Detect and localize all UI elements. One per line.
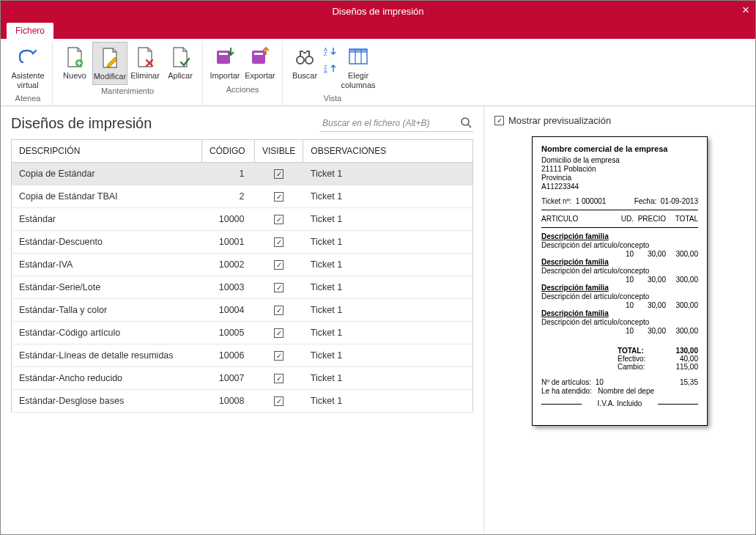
cell-obs: Ticket 1 xyxy=(303,367,473,390)
table-row[interactable]: Estándar-Ancho reducido10007✓Ticket 1 xyxy=(12,367,473,390)
cell-visible[interactable]: ✓ xyxy=(255,254,303,276)
preview-attended-label: Le ha atendido: xyxy=(541,387,592,395)
preview-narticulos-label: Nº de artículos: xyxy=(541,378,591,386)
buscar-label: Buscar xyxy=(292,71,317,81)
table-row[interactable]: Copia de Estándar TBAI2✓Ticket 1 xyxy=(12,185,473,208)
cell-code: 10006 xyxy=(202,344,255,367)
col-header-code[interactable]: CÓDIGO xyxy=(202,140,255,163)
preview-price: 30,00 xyxy=(634,276,666,284)
preview-qty: 10 xyxy=(613,301,634,309)
cell-visible[interactable]: ✓ xyxy=(255,185,303,208)
table-row[interactable]: Estándar10000✓Ticket 1 xyxy=(12,208,473,231)
cell-desc: Estándar-Serie/Lote xyxy=(12,276,202,299)
preview-total-label: TOTAL: xyxy=(618,347,662,355)
asistente-label: Asistente virtual xyxy=(11,71,44,89)
svg-text:A: A xyxy=(324,69,327,74)
tab-fichero[interactable]: Fichero xyxy=(7,23,53,39)
elegir-columnas-button[interactable]: Elegir columnas xyxy=(338,42,378,92)
preview-price: 30,00 xyxy=(634,250,666,258)
table-row[interactable]: Estándar-IVA10002✓Ticket 1 xyxy=(12,254,473,276)
cell-visible[interactable]: ✓ xyxy=(255,344,303,367)
svg-rect-12 xyxy=(349,49,367,53)
preview-thumbnail: Nombre comercial de la empresa Domicilio… xyxy=(532,136,708,426)
checkbox-icon: ✓ xyxy=(274,237,284,247)
ribbon-group-acciones: Importar Exportar Acciones xyxy=(203,42,283,106)
modificar-label: Modificar xyxy=(94,72,127,81)
show-preview-checkbox[interactable]: ✓ Mostrar previsualización xyxy=(494,115,745,126)
nuevo-button[interactable]: Nuevo xyxy=(57,42,92,84)
sort-desc-button[interactable]: ZA xyxy=(322,61,338,77)
left-pane: Diseños de impresión DESCRIPCIÓN CÓDIGO … xyxy=(1,106,484,533)
checkbox-icon: ✓ xyxy=(274,169,284,179)
page-title: Diseños de impresión xyxy=(11,115,152,132)
svg-text:Z: Z xyxy=(324,51,327,56)
edit-document-icon xyxy=(100,45,119,70)
apply-document-icon xyxy=(171,45,190,70)
preview-total-value: 130,00 xyxy=(662,347,698,355)
table-row[interactable]: Estándar-Serie/Lote10003✓Ticket 1 xyxy=(12,276,473,299)
cell-code: 10004 xyxy=(202,299,255,322)
checkbox-icon: ✓ xyxy=(274,374,284,383)
preview-ticket-no: 1 000001 xyxy=(576,197,607,205)
preview-ticket-no-label: Ticket nº: xyxy=(541,197,571,205)
buscar-button[interactable]: Buscar xyxy=(287,42,322,84)
svg-point-13 xyxy=(462,118,469,125)
cell-visible[interactable]: ✓ xyxy=(255,367,303,390)
ribbon-tabstrip: Fichero xyxy=(1,21,755,39)
preview-line-total: 300,00 xyxy=(666,276,698,284)
cell-obs: Ticket 1 xyxy=(303,185,473,208)
cell-desc: Estándar-Líneas de detalle resumidas xyxy=(12,344,202,367)
preview-addr1: Domicilio de la empresa xyxy=(541,156,698,164)
sort-asc-button[interactable]: AZ xyxy=(322,43,338,59)
preview-date: 01-09-2013 xyxy=(661,197,698,205)
svg-rect-3 xyxy=(252,51,265,64)
cell-visible[interactable]: ✓ xyxy=(255,390,303,413)
table-row[interactable]: Estándar-Líneas de detalle resumidas1000… xyxy=(12,344,473,367)
col-header-desc[interactable]: DESCRIPCIÓN xyxy=(12,140,202,163)
ribbon-group-atenea: Asistente virtual Atenea xyxy=(4,42,53,106)
elegir-columnas-label: Elegir columnas xyxy=(341,71,375,89)
table-row[interactable]: Estándar-Código artículo10005✓Ticket 1 xyxy=(12,322,473,344)
preview-item: Descripción del artículo/concepto xyxy=(541,292,698,300)
preview-cambio-label: Cambio: xyxy=(618,363,662,371)
cell-obs: Ticket 1 xyxy=(303,163,473,185)
designs-table: DESCRIPCIÓN CÓDIGO VISIBLE OBSERVACIONES… xyxy=(11,139,473,413)
cell-desc: Estándar-IVA xyxy=(12,254,202,276)
sort-asc-icon: AZ xyxy=(324,46,337,56)
table-row[interactable]: Estándar-Desglose bases10008✓Ticket 1 xyxy=(12,390,473,413)
preview-price: 30,00 xyxy=(634,327,666,335)
importar-button[interactable]: Importar xyxy=(207,42,242,84)
preview-item: Descripción del artículo/concepto xyxy=(541,241,698,249)
modificar-button[interactable]: Modificar xyxy=(92,42,127,85)
table-row[interactable]: Copia de Estándar1✓Ticket 1 xyxy=(12,163,473,185)
cell-visible[interactable]: ✓ xyxy=(255,322,303,344)
cell-visible[interactable]: ✓ xyxy=(255,163,303,185)
ribbon-group-label-vista: Vista xyxy=(324,92,341,106)
table-row[interactable]: Estándar-Talla y color10004✓Ticket 1 xyxy=(12,299,473,322)
preview-narticulos-right: 15,35 xyxy=(680,378,698,386)
cell-visible[interactable]: ✓ xyxy=(255,299,303,322)
preview-col-total: TOTAL xyxy=(666,215,698,223)
close-icon[interactable]: × xyxy=(742,3,749,18)
exportar-button[interactable]: Exportar xyxy=(242,42,278,84)
cell-visible[interactable]: ✓ xyxy=(255,208,303,231)
search-icon[interactable] xyxy=(460,117,472,128)
col-header-obs[interactable]: OBSERVACIONES xyxy=(303,140,473,163)
checkbox-icon: ✓ xyxy=(274,192,284,202)
cell-obs: Ticket 1 xyxy=(303,231,473,254)
preview-iva: I.V.A. Incluido xyxy=(541,399,698,407)
col-header-visible[interactable]: VISIBLE xyxy=(255,140,303,163)
table-row[interactable]: Estándar-Descuento10001✓Ticket 1 xyxy=(12,231,473,254)
eliminar-button[interactable]: Eliminar xyxy=(127,42,163,84)
search-input[interactable] xyxy=(319,115,473,132)
cell-visible[interactable]: ✓ xyxy=(255,231,303,254)
aplicar-button[interactable]: Aplicar xyxy=(163,42,198,84)
cell-visible[interactable]: ✓ xyxy=(255,276,303,299)
assistant-icon xyxy=(17,45,39,70)
asistente-virtual-button[interactable]: Asistente virtual xyxy=(8,42,48,92)
preview-addr4: A11223344 xyxy=(541,182,698,191)
preview-attended-value: Nombre del depe xyxy=(598,387,654,395)
cell-obs: Ticket 1 xyxy=(303,322,473,344)
preview-item: Descripción del artículo/concepto xyxy=(541,267,698,275)
titlebar: Diseños de impresión × xyxy=(1,1,755,21)
